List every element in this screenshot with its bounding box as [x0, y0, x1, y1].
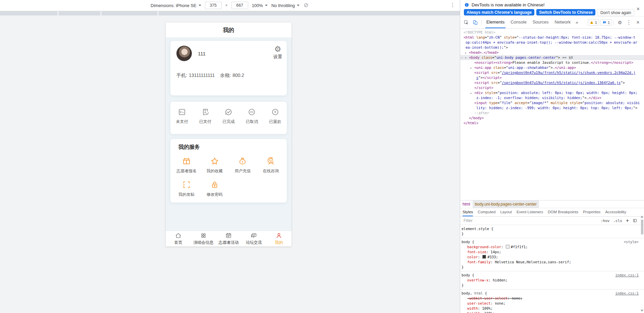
- css-property[interactable]: height: 100%;: [462, 311, 639, 313]
- sidebar-tab-layout[interactable]: Layout: [498, 208, 514, 216]
- color-swatch[interactable]: [506, 245, 509, 249]
- dom-node-row[interactable]: s"></script>: [460, 75, 644, 80]
- filter-input[interactable]: [463, 218, 597, 223]
- expand-arrow-open-icon[interactable]: ▾: [465, 55, 467, 60]
- device-type-select[interactable]: Dimensions: iPhone SE: [151, 3, 201, 8]
- tabbar-item[interactable]: 志愿者活动: [216, 231, 241, 247]
- settings-button[interactable]: ⚙ 设置: [273, 45, 282, 60]
- tabbar-item[interactable]: 首页: [166, 231, 191, 247]
- kebab-menu-icon[interactable]: ⋮: [625, 18, 633, 27]
- rotate-icon[interactable]: [303, 2, 309, 8]
- css-property[interactable]: -webkit-user-select: none;: [462, 296, 639, 301]
- viewport-height-input[interactable]: [231, 2, 248, 9]
- warnings-badge[interactable]: 1: [588, 19, 599, 26]
- breadcrumb-item[interactable]: html: [460, 200, 473, 208]
- dom-node-row[interactable]: ▸<head>…</head>: [460, 50, 644, 55]
- devtools-tab-network[interactable]: Network: [552, 16, 574, 28]
- sidebar-tab-event-listeners[interactable]: Event Listeners: [514, 208, 545, 216]
- issues-badge[interactable]: 1: [600, 19, 612, 26]
- css-property[interactable]: font-size: 14px;: [462, 250, 639, 255]
- breadcrumb-item[interactable]: body.uni-body.pages-center-center: [473, 200, 539, 208]
- service-item[interactable]: 志愿者报名: [172, 156, 201, 174]
- css-selector[interactable]: body {: [462, 239, 639, 244]
- dom-node-row[interactable]: z-index: -1; overflow: hidden; visibilit…: [460, 95, 644, 100]
- dom-node-row[interactable]: ::after: [460, 110, 644, 116]
- dom-node-row[interactable]: </script>: [460, 85, 644, 90]
- stylesheet-link[interactable]: index.css:1: [615, 291, 639, 296]
- dom-node-row[interactable]: <script src="/springboot0n47u19u/front/h…: [460, 70, 644, 75]
- order-status-item[interactable]: ¥=未支付: [170, 107, 194, 134]
- new-style-rule-button[interactable]: +: [626, 218, 629, 224]
- service-item[interactable]: 我的发贴: [172, 180, 201, 197]
- dom-node-row[interactable]: <html lang="zh-CN" style="--status-bar-h…: [460, 35, 644, 40]
- dom-node-row[interactable]: ⋯▾<body class="uni-body pages-center-cen…: [460, 55, 644, 60]
- close-icon[interactable]: ×: [634, 18, 642, 27]
- tabbar-item[interactable]: 我的: [266, 231, 291, 247]
- css-selector[interactable]: body {: [462, 273, 639, 278]
- viewport-width-input[interactable]: [205, 2, 222, 9]
- sidebar-tab-styles[interactable]: Styles: [460, 208, 475, 216]
- sidebar-tab-accessibility[interactable]: Accessibility: [603, 208, 629, 216]
- dom-node-row[interactable]: <script src="/springboot0n47u19u/front/h…: [460, 80, 644, 85]
- expand-arrow-closed-icon[interactable]: ▸: [470, 65, 472, 71]
- styles-scrollbar[interactable]: [640, 214, 644, 313]
- devtools-tab-console[interactable]: Console: [507, 16, 530, 28]
- scroll-up-arrow-icon[interactable]: [641, 216, 643, 218]
- throttling-select[interactable]: No throttling: [271, 3, 300, 8]
- dom-node-row[interactable]: lity: hidden; z-index: -999; width: 0px;…: [460, 105, 644, 110]
- dom-node-row[interactable]: ▸<div style="position: absolute; left: 0…: [460, 90, 644, 95]
- order-status-item[interactable]: 已完成: [217, 107, 240, 134]
- service-item[interactable]: 修改密码: [201, 180, 229, 197]
- sidebar-toggle-icon[interactable]: [633, 218, 637, 223]
- order-status-item[interactable]: 已取消: [240, 107, 263, 134]
- css-property[interactable]: width: 100%;: [462, 306, 639, 311]
- css-property[interactable]: font-family: Helvetica Neue,Helvetica,sa…: [462, 260, 639, 265]
- avatar[interactable]: [176, 46, 192, 61]
- dom-node-row[interactable]: op:calc(44px + env(safe-area-inset-top))…: [460, 40, 644, 45]
- device-toolbar-icon[interactable]: [471, 18, 480, 27]
- css-property[interactable]: color: #333;: [462, 255, 639, 260]
- css-property[interactable]: overflow-x: hidden;: [462, 278, 639, 283]
- toggle-hover-state-button[interactable]: :hov: [601, 219, 610, 223]
- banner-button[interactable]: Always match Chrome's language: [464, 9, 534, 15]
- hidden-nodes-ellipsis[interactable]: ⋯: [461, 55, 463, 60]
- css-selector[interactable]: body, html {: [462, 291, 639, 296]
- css-selector[interactable]: element.style {: [462, 226, 639, 231]
- devtools-tab-elements[interactable]: Elements: [483, 16, 507, 28]
- sidebar-tab-properties[interactable]: Properties: [581, 208, 603, 216]
- kebab-menu-icon[interactable]: ⋮: [450, 2, 455, 8]
- dom-node-row[interactable]: <!DOCTYPE html>: [460, 30, 644, 35]
- sidebar-tab-computed[interactable]: Computed: [475, 208, 498, 216]
- more-tabs-icon[interactable]: »: [574, 20, 580, 25]
- dom-node-row[interactable]: <noscript><strong>Please enable JavaScri…: [460, 60, 644, 65]
- devtools-tab-sources[interactable]: Sources: [530, 16, 552, 28]
- close-icon[interactable]: ×: [637, 6, 640, 12]
- color-swatch[interactable]: [482, 255, 486, 259]
- service-item[interactable]: 我的收藏: [201, 156, 229, 174]
- expand-arrow-closed-icon[interactable]: ▸: [470, 91, 472, 96]
- dom-node-row[interactable]: ea-inset-bottom));">: [460, 45, 644, 50]
- scrollbar-thumb[interactable]: [641, 220, 643, 234]
- toggle-element-classes-button[interactable]: .cls: [613, 219, 622, 223]
- expand-arrow-closed-icon[interactable]: ▸: [465, 50, 467, 55]
- service-item[interactable]: 在线咨询: [257, 156, 285, 174]
- dom-node-row[interactable]: </body>: [460, 116, 644, 121]
- sidebar-tab-dom-breakpoints[interactable]: DOM Breakpoints: [545, 208, 581, 216]
- dom-node-row[interactable]: ▸<uni-app class="uni-app--showtabbar">…<…: [460, 65, 644, 70]
- tabbar-item[interactable]: 论坛交流: [241, 231, 266, 247]
- banner-button[interactable]: Don't show again: [597, 9, 634, 16]
- order-status-item[interactable]: ¥已支付: [194, 107, 217, 134]
- zoom-select[interactable]: 100%: [252, 3, 268, 8]
- scroll-down-arrow-icon[interactable]: [641, 310, 643, 312]
- css-property[interactable]: user-select: none;: [462, 301, 639, 306]
- dom-node-row[interactable]: <input type="file" accept="image/*" mult…: [460, 100, 644, 105]
- css-property[interactable]: background-color: #f1f1f1;: [462, 244, 639, 250]
- dom-node-row[interactable]: </html>: [460, 121, 644, 126]
- inspect-icon[interactable]: [462, 18, 471, 27]
- tabbar-item[interactable]: 演唱会信息: [191, 231, 216, 247]
- media-query-bar[interactable]: [0, 11, 460, 16]
- order-status-item[interactable]: ¥已退款: [264, 107, 287, 134]
- stylesheet-link[interactable]: index.css:1: [615, 273, 639, 278]
- service-item[interactable]: ¥用户充值: [229, 156, 257, 174]
- gear-icon[interactable]: ⚙: [615, 18, 624, 27]
